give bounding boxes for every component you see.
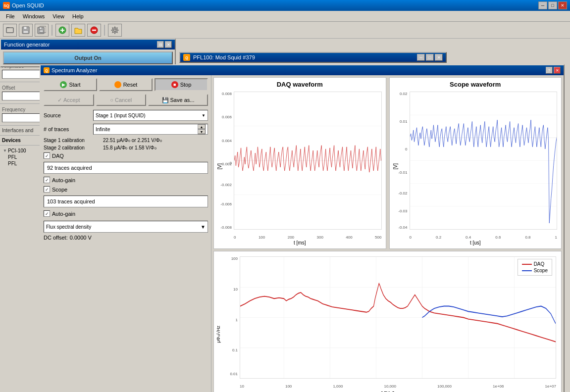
toolbar [0,22,570,39]
offset-label: Offset [2,85,42,91]
control-buttons-row: ▶ Start Reset ■ Stop [44,78,208,91]
svg-rect-0 [6,28,13,33]
pci-device[interactable]: ▼ PCI-100 [2,147,42,154]
devices-header: Devices [0,136,44,146]
spectrum-title-buttons[interactable]: ? ✕ [546,67,561,74]
scope-traces-box: 103 traces acquired [44,196,208,207]
source-select[interactable]: Stage 1 (Input SQUID) ▼ [93,110,208,121]
delete-button[interactable] [87,24,101,37]
pfl-title-area: Q PFL100: Mod Squid #379 [183,54,255,61]
scope-ytick-1: 0.01 [400,119,408,124]
reset-button[interactable]: Reset [99,78,153,91]
spinner-up[interactable]: ▲ [198,124,206,129]
save-all-button[interactable] [35,24,49,37]
spectrum-help-button[interactable]: ? [546,67,553,74]
scope-ytick-6: -0.04 [398,225,407,230]
cancel-button[interactable]: ○ Cancel [96,94,147,106]
accept-label: Accept [63,97,80,103]
frequency-section: Frequency [0,104,44,126]
daq-ytick-2: 0.004 [222,139,232,143]
spectrum-legend: DAQ Scope [518,259,552,276]
daq-xtick-0: 0 [234,235,236,240]
svg-rect-3 [24,27,27,29]
dc-offset-label: DC offset: [44,235,68,241]
pfl-minimize-button[interactable]: ─ [417,54,425,61]
traces-value: Infinite [96,127,110,132]
close-button[interactable]: ✕ [558,1,567,9]
tree-arrow-pci: ▼ [3,148,7,153]
reset-label: Reset [123,82,138,88]
legend-daq-color [522,264,532,265]
minimize-button[interactable]: ─ [538,1,547,9]
maximize-button[interactable]: □ [548,1,557,9]
output-on-button[interactable]: Output On [3,51,173,64]
traces-input[interactable]: Infinite ▲ ▼ [93,124,208,135]
start-button[interactable]: ▶ Start [44,78,97,91]
svg-point-14 [114,29,116,31]
daq-checkbox-row: DAQ [44,152,208,159]
spinner-down[interactable]: ▼ [198,129,206,134]
save-as-button[interactable]: 💾 Save as... [148,94,208,106]
legend-scope-item: Scope [522,268,548,273]
add-button[interactable] [55,24,69,37]
stop-button[interactable]: ■ Stop [155,78,208,91]
daq-xtick-5: 500 [375,235,381,240]
scope-checkbox[interactable] [44,186,50,193]
legend-daq-item: DAQ [522,261,548,267]
daq-plot-title: DAQ waveform [214,78,386,88]
source-arrow: ▼ [202,113,206,118]
scope-autogain-checkbox[interactable] [44,210,50,217]
display-controls: Flux spectral density ▼ [44,221,208,233]
display-select[interactable]: Flux spectral density ▼ [44,221,208,233]
start-icon: ▶ [60,81,67,88]
save-as-label: Save as... [170,97,195,103]
pci-label: PCI-100 [8,148,26,153]
spec-xtick-4: 100,000 [437,384,452,389]
scope-ytick-0: 0.02 [400,92,408,96]
daq-autogain-checkbox[interactable] [44,177,50,183]
folder-button[interactable] [71,24,85,37]
daq-xtick-3: 300 [316,235,323,240]
scope-waveform-svg [410,92,557,229]
daq-ytick-5: -0.002 [220,183,232,187]
menu-windows[interactable]: Windows [19,12,49,20]
scope-autogain-row: Auto-gain [44,210,208,217]
save-button[interactable] [19,24,33,37]
app-title: Open SQUID [12,2,44,8]
spectrum-xticks: 10 100 1,000 10,000 100,000 1e+06 1e+07 [240,384,556,389]
dc-offset-row: DC offset: 0.0000 V [44,235,208,241]
daq-xtick-4: 400 [346,235,352,240]
title-bar-buttons[interactable]: ─ □ ✕ [538,1,567,9]
pfl-window-buttons[interactable]: ─ □ ✕ [417,54,443,61]
daq-autogain-row: Auto-gain [44,177,208,183]
pfl1-device[interactable]: PFL [2,154,42,160]
pfl-icon: Q [183,54,190,61]
accept-button[interactable]: ✓ Accept [44,94,94,106]
scope-xtick-0: 0 [410,235,412,240]
source-row: Source Stage 1 (Input SQUID) ▼ [44,110,208,121]
menu-file[interactable]: File [2,12,19,20]
pfl2-device[interactable]: PFL [2,160,42,167]
scope-yticks: 0.02 0.01 0 -0.01 -0.02 -0.03 -0.04 [391,92,410,230]
func-gen-title-buttons[interactable]: ⊟ ✕ [157,41,172,48]
traces-spinner[interactable]: ▲ ▼ [198,124,206,134]
legend-daq-label: DAQ [534,261,545,267]
menu-help[interactable]: Help [68,12,88,20]
daq-waveform-plot: DAQ waveform [V] [213,77,386,249]
spec-xtick-0: 10 [240,384,244,389]
pfl-close-button[interactable]: ✕ [435,54,443,61]
spectrum-close-button[interactable]: ✕ [554,67,561,74]
traces-label: # of traces [44,126,93,132]
open-button[interactable] [3,24,17,37]
daq-checkbox[interactable] [44,152,50,159]
legend-scope-label: Scope [534,268,548,273]
settings-button[interactable] [108,24,122,37]
func-gen-title-text: Function generator [4,42,50,48]
spec-ytick-3: 0.1 [232,348,238,352]
menu-view[interactable]: View [49,12,68,20]
func-gen-restore-button[interactable]: ⊟ [157,41,164,48]
func-gen-close-button[interactable]: ✕ [165,41,172,48]
pfl2-label: PFL [8,161,17,166]
pfl-maximize-button[interactable]: □ [426,54,434,61]
offset-value [2,92,42,100]
